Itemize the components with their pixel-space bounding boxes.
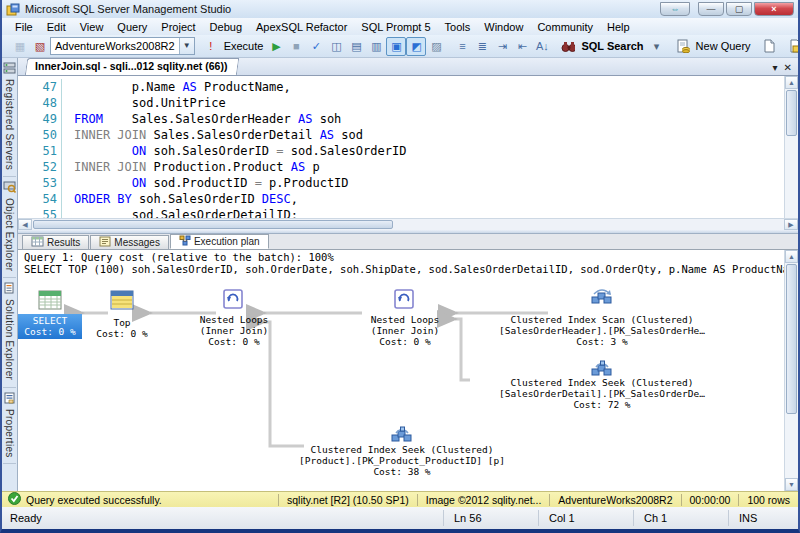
code-text: p.Name AS ProductName,: [62, 79, 291, 95]
tab-label: Execution plan: [194, 236, 260, 247]
sort-icon[interactable]: A↓: [532, 37, 552, 56]
estimated-plan-icon[interactable]: ◫: [326, 37, 346, 56]
debug-play-icon[interactable]: ▶: [266, 37, 286, 56]
menu-sql-prompt-5[interactable]: SQL Prompt 5: [354, 20, 437, 34]
query-designer-icon[interactable]: ▤: [346, 37, 366, 56]
sql-search-icon[interactable]: [558, 37, 578, 56]
menu-bar: FileEditViewQueryProjectDebugApexSQL Ref…: [2, 18, 798, 35]
toolbar-overflow-icon[interactable]: ▾: [647, 37, 667, 56]
plan-vscroll-thumb[interactable]: [786, 264, 797, 414]
menu-apexsql-refactor[interactable]: ApexSQL Refactor: [249, 20, 354, 34]
results-to-grid-icon[interactable]: ≣: [472, 37, 492, 56]
code-text: ON soh.SalesOrderID = sod.SalesOrderID: [62, 143, 406, 159]
plan-scroll-up-icon[interactable]: ▲: [785, 250, 798, 263]
tab-label: Results: [47, 237, 80, 248]
menu-query[interactable]: Query: [110, 20, 154, 34]
results-grid-icon: [31, 236, 44, 249]
code-text: ORDER BY soh.SalesOrderID DESC,: [62, 191, 298, 207]
plan-canvas: SELECTCost: 0 %TopCost: 0 %Nested Loops(…: [18, 276, 784, 491]
code-line[interactable]: 48 sod.UnitPrice: [18, 95, 784, 111]
code-line[interactable]: 51 ON soh.SalesOrderID = sod.SalesOrderI…: [18, 143, 784, 159]
query-result-message: Query executed successfully.: [26, 494, 162, 506]
tab-messages[interactable]: Messages: [90, 235, 169, 249]
scroll-right-icon[interactable]: ▶: [784, 219, 798, 230]
results-to-text-icon[interactable]: ≡: [452, 37, 472, 56]
scroll-up-icon[interactable]: ▲: [785, 76, 798, 89]
combo-dropdown-icon[interactable]: ▼: [179, 38, 194, 54]
sqlcmd-mode-icon[interactable]: ▨: [426, 37, 446, 56]
code-line[interactable]: 52INNER JOIN Production.Product AS p: [18, 159, 784, 175]
database-combo[interactable]: AdventureWorks2008R2▼: [50, 37, 195, 55]
new-file-icon[interactable]: [760, 37, 780, 56]
tab-label: Messages: [114, 237, 160, 248]
scroll-left-icon[interactable]: ◀: [18, 219, 32, 230]
editor-tab[interactable]: InnerJoin.sql - sqli...012 sqlity.net (6…: [25, 58, 240, 75]
tab-results[interactable]: Results: [22, 235, 89, 249]
code-line[interactable]: 47 p.Name AS ProductName,: [18, 79, 784, 95]
code-area[interactable]: 47 p.Name AS ProductName,48 sod.UnitPric…: [18, 76, 784, 218]
actual-plan-toggle-icon[interactable]: ▣: [386, 37, 406, 56]
ssms-window: Microsoft SQL Server Management Studio ⇔…: [0, 0, 800, 533]
editor-vertical-scrollbar[interactable]: ▲: [784, 76, 798, 218]
line-number: 54: [18, 191, 62, 207]
editor-hscroll-thumb[interactable]: [33, 220, 393, 229]
document-dropdown-icon[interactable]: ▾: [773, 62, 778, 73]
menu-project[interactable]: Project: [154, 20, 202, 34]
window-title: Microsoft SQL Server Management Studio: [25, 3, 660, 15]
specify-template-icon[interactable]: ▥: [366, 37, 386, 56]
change-connection-icon[interactable]: ▧: [30, 37, 50, 56]
open-sql-file-icon[interactable]: [786, 37, 798, 56]
tab-execution-plan[interactable]: Execution plan: [170, 234, 269, 249]
sql-search-button[interactable]: SQL Search: [578, 40, 646, 52]
line-number: 53: [18, 175, 62, 191]
row-count: 100 rows: [738, 494, 798, 506]
code-line[interactable]: 53 ON sod.ProductID = p.ProductID: [18, 175, 784, 191]
execute-button[interactable]: Execute: [221, 40, 267, 52]
menu-community[interactable]: Community: [530, 20, 600, 34]
plan-statement-text: SELECT TOP (100) soh.SalesOrderID, soh.O…: [24, 263, 784, 275]
nested-loops-icon: [393, 288, 415, 313]
sidebar-tab-registered-servers[interactable]: Registered Servers: [3, 58, 16, 177]
execution-plan-panel: Query 1: Query cost (relative to the bat…: [18, 250, 784, 491]
sidebar-tab-properties[interactable]: Properties: [3, 388, 16, 465]
plan-tab-icon: [179, 235, 191, 248]
menu-debug[interactable]: Debug: [203, 20, 249, 34]
registered-servers-icon: [3, 62, 16, 76]
close-document-icon[interactable]: ✕: [784, 62, 792, 73]
ready-status: Ready: [2, 512, 443, 524]
stop-icon[interactable]: ■: [286, 37, 306, 56]
menu-edit[interactable]: Edit: [40, 20, 73, 34]
client-statistics-toggle-icon[interactable]: ◩: [406, 37, 426, 56]
maximize-button[interactable]: ▢: [726, 2, 752, 16]
code-line[interactable]: 54ORDER BY soh.SalesOrderID DESC,: [18, 191, 784, 207]
close-button[interactable]: ×: [754, 2, 794, 16]
server-info: sqlity.net [R2] (10.50 SP1): [278, 494, 417, 506]
parse-query-icon[interactable]: ✓: [306, 37, 326, 56]
indent-icon[interactable]: ⇥: [492, 37, 512, 56]
menu-window[interactable]: Window: [477, 20, 530, 34]
new-query-button[interactable]: New Query: [693, 40, 754, 52]
menu-view[interactable]: View: [73, 20, 111, 34]
outdent-icon[interactable]: ⇤: [512, 37, 532, 56]
menu-file[interactable]: File: [8, 20, 40, 34]
minimize-button[interactable]: —: [698, 2, 724, 16]
new-query-icon[interactable]: [673, 37, 693, 56]
code-line[interactable]: 50INNER JOIN Sales.SalesOrderDetail AS s…: [18, 127, 784, 143]
menu-tools[interactable]: Tools: [438, 20, 478, 34]
menu-help[interactable]: Help: [600, 20, 637, 34]
code-line[interactable]: 49FROM Sales.SalesOrderHeader AS soh: [18, 111, 784, 127]
code-line[interactable]: 55 sod.SalesOrderDetailID;: [18, 207, 784, 218]
plan-scroll-down-icon[interactable]: ▼: [785, 478, 798, 491]
cursor-char: Ch 1: [633, 510, 728, 526]
editor-horizontal-scrollbar[interactable]: ◀ ▶: [18, 218, 798, 230]
execute-exclaim-icon[interactable]: !: [201, 37, 221, 56]
sidebar-tab-label: Registered Servers: [4, 79, 15, 170]
fullscreen-toggle-button[interactable]: ⇔: [660, 2, 690, 16]
plan-vertical-scrollbar[interactable]: ▲ ▼: [784, 250, 798, 491]
sidebar-tab-solution-explorer[interactable]: Solution Explorer: [3, 278, 16, 387]
editor-vscroll-thumb[interactable]: [786, 90, 797, 136]
sql-editor[interactable]: 47 p.Name AS ProductName,48 sod.UnitPric…: [18, 76, 798, 218]
code-text: FROM Sales.SalesOrderHeader AS soh: [62, 111, 341, 127]
connect-icon[interactable]: ▦: [10, 37, 30, 56]
sidebar-tab-object-explorer[interactable]: Object Explorer: [3, 177, 16, 278]
